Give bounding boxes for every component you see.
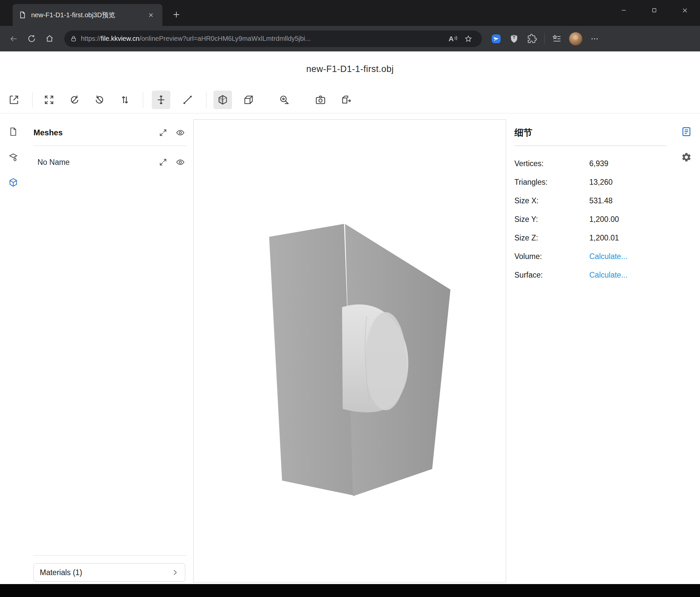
- screenshot-camera-button[interactable]: [311, 91, 330, 109]
- window-controls: [608, 0, 700, 21]
- meshes-header-row: Meshes: [33, 123, 186, 142]
- details-list-icon[interactable]: [678, 123, 695, 140]
- detail-label: Volume:: [515, 252, 589, 261]
- details-header: 细节: [515, 123, 532, 142]
- new-tab-button[interactable]: [170, 8, 183, 21]
- rotate-vertical-button[interactable]: [90, 91, 109, 109]
- rotate-horizontal-button[interactable]: [65, 91, 84, 109]
- open-file-button[interactable]: [5, 91, 23, 109]
- extensions-puzzle-icon[interactable]: [523, 30, 541, 48]
- detail-row-size-z: Size Z: 1,200.01: [515, 229, 667, 247]
- zoom-to-mesh-icon[interactable]: [157, 156, 169, 168]
- lock-icon: [70, 35, 77, 42]
- measure-line-button[interactable]: [178, 91, 197, 109]
- chevron-right-icon: [171, 569, 179, 576]
- model-left-plane: [269, 224, 354, 496]
- page-file-icon: [19, 11, 26, 19]
- detail-row-vertices: Vertices: 6,939: [515, 154, 667, 173]
- detail-row-size-x: Size X: 531.48: [515, 191, 667, 210]
- window-close-button[interactable]: [670, 0, 700, 21]
- detail-row-volume: Volume: Calculate...: [515, 247, 667, 266]
- read-aloud-button[interactable]: A: [446, 31, 461, 46]
- calculate-surface-link[interactable]: Calculate...: [589, 271, 627, 280]
- address-bar[interactable]: https://file.kkview.cn/onlinePreview?url…: [64, 30, 482, 47]
- right-icon-strip: [673, 114, 700, 584]
- fit-view-button[interactable]: [40, 91, 58, 109]
- materials-button[interactable]: Materials (1): [33, 563, 185, 582]
- detail-row-surface: Surface: Calculate...: [515, 266, 667, 284]
- perspective-view-button[interactable]: [214, 91, 232, 109]
- toolbar-divider: [544, 33, 545, 44]
- browser-menu-icon[interactable]: [586, 30, 604, 48]
- left-icon-strip: [0, 114, 27, 584]
- mesh-list-item[interactable]: No Name: [33, 152, 186, 172]
- url-host: file.kkview.cn: [101, 35, 140, 42]
- detail-label: Size Z:: [515, 234, 589, 242]
- url-text: https://file.kkview.cn/onlinePreview?url…: [81, 35, 446, 43]
- materials-button-label: Materials (1): [40, 568, 171, 577]
- window-minimize-button[interactable]: [608, 0, 639, 21]
- detail-label: Triangles:: [515, 178, 589, 187]
- expand-all-icon[interactable]: [157, 126, 169, 139]
- detail-value: 1,200.01: [589, 234, 619, 242]
- toolbar-divider: [206, 92, 206, 108]
- read-aloud-label: A: [448, 35, 453, 43]
- viewer-content: Meshes No Name Materials (1): [0, 114, 700, 584]
- calculate-volume-link[interactable]: Calculate...: [589, 252, 627, 261]
- mesh-visibility-eye-icon[interactable]: [174, 156, 186, 168]
- detail-row-size-y: Size Y: 1,200.00: [515, 210, 667, 229]
- panel-divider: [33, 146, 186, 146]
- detail-label: Vertices:: [515, 159, 589, 168]
- detail-value: 6,939: [589, 159, 608, 168]
- browser-tab[interactable]: new-F1-D1-1-first.obj3D预览: [12, 4, 162, 26]
- browser-toolbar: https://file.kkview.cn/onlinePreview?url…: [0, 26, 700, 51]
- detail-label: Size Y:: [515, 215, 589, 224]
- detail-row-triangles: Triangles: 13,260: [515, 173, 667, 191]
- tab-title: new-F1-D1-1-first.obj3D预览: [31, 10, 145, 20]
- settings-gear-icon[interactable]: [678, 149, 695, 166]
- tab-strip: new-F1-D1-1-first.obj3D预览: [0, 0, 700, 26]
- back-button[interactable]: [5, 30, 23, 48]
- details-panel: 细节 Vertices: 6,939 Triangles: 13,260 Siz…: [515, 114, 667, 584]
- materials-tab-icon[interactable]: [5, 149, 22, 166]
- mesh-name-label: No Name: [38, 158, 152, 167]
- shield-extension-icon[interactable]: T: [505, 30, 523, 48]
- page-title: new-F1-D1-1-first.obj: [0, 51, 700, 87]
- toolbar-divider: [143, 92, 143, 108]
- window-maximize-button[interactable]: [639, 0, 670, 21]
- file-info-tab-icon[interactable]: [5, 123, 22, 140]
- tab-close-icon[interactable]: [145, 9, 156, 21]
- details-rows: Vertices: 6,939 Triangles: 13,260 Size X…: [515, 154, 667, 284]
- move-tool-button[interactable]: [152, 91, 170, 109]
- detail-value: 13,260: [589, 178, 612, 187]
- profile-avatar[interactable]: [569, 32, 582, 45]
- panel-divider: [33, 555, 186, 555]
- extension-blue-icon[interactable]: [487, 30, 505, 48]
- favorite-star-icon[interactable]: [461, 31, 476, 46]
- detail-label: Surface:: [515, 271, 589, 280]
- bottom-black-bar: [0, 584, 700, 597]
- export-model-button[interactable]: [337, 91, 356, 109]
- model-viewport[interactable]: [193, 119, 506, 582]
- toolbar-divider: [32, 92, 32, 108]
- url-scheme: https://: [81, 35, 101, 42]
- refresh-button[interactable]: [23, 30, 41, 48]
- viewer-toolbar: [0, 87, 700, 114]
- panel-divider: [515, 146, 667, 146]
- meshes-panel: Meshes No Name Materials (1): [27, 114, 193, 584]
- favorites-bar-icon[interactable]: [548, 30, 566, 48]
- detail-value: 531.48: [589, 196, 612, 205]
- orthographic-view-button[interactable]: [239, 91, 258, 109]
- visibility-all-eye-icon[interactable]: [174, 126, 186, 139]
- tape-measure-button[interactable]: [275, 91, 294, 109]
- model-render: [194, 120, 506, 582]
- detail-value: 1,200.00: [589, 215, 619, 224]
- meshes-header-label: Meshes: [33, 128, 152, 137]
- url-path: /onlinePreview?url=aHR0cHM6Ly9maWxlLmtrd…: [140, 35, 311, 42]
- model-tab-icon[interactable]: [5, 174, 22, 191]
- shield-letter: T: [505, 35, 523, 40]
- flip-vertical-button[interactable]: [116, 91, 134, 109]
- detail-label: Size X:: [515, 196, 589, 205]
- home-button[interactable]: [41, 30, 58, 48]
